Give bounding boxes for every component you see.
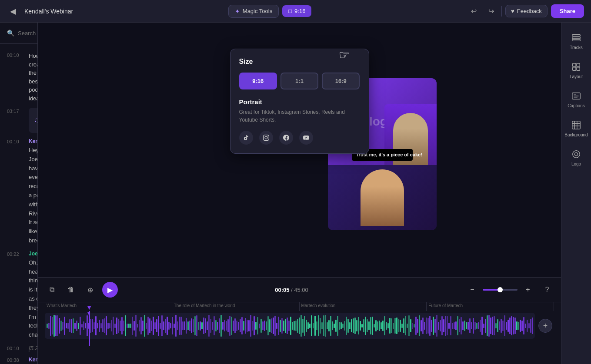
topbar-right: ↩ ↪ ♥ Feedback Share xyxy=(467,4,584,18)
instagram-icon[interactable] xyxy=(259,131,273,145)
add-track-button[interactable]: + xyxy=(538,319,552,333)
sidebar-item-label: Captions xyxy=(568,103,584,108)
magic-tools-button[interactable]: ✦ Magic Tools xyxy=(228,5,279,18)
waveform-container xyxy=(45,313,535,339)
portrait-label: Portrait xyxy=(239,98,360,106)
entry-content: Kendall Trust me, it's a piece of cake! … xyxy=(29,357,37,364)
youtube-icon[interactable] xyxy=(299,131,313,145)
segment-label: The role of Martech in the world xyxy=(172,302,300,311)
size-button[interactable]: □ 9:16 xyxy=(282,5,311,17)
list-item: 03:17 ♫ Kendall's podcast intro.mp3 xyxy=(0,105,37,136)
feedback-label: Feedback xyxy=(517,8,542,14)
zoom-controls: − + xyxy=(465,283,535,297)
svg-point-17 xyxy=(574,152,578,156)
redo-button[interactable]: ↪ xyxy=(484,4,498,18)
entry-text: Oh, I've heard good things! But is it re… xyxy=(29,258,37,340)
share-button[interactable]: Share xyxy=(551,4,584,18)
list-item: 00:38 Kendall Trust me, it's a piece of … xyxy=(0,354,37,364)
video-preview: Size 9:16 1:1 16:9 Portrait Great for Ti… xyxy=(38,23,561,277)
time-display: 00:05 / 45:00 xyxy=(123,287,460,293)
entry-time: 00:10 xyxy=(7,138,23,245)
trim-button[interactable]: ⧉ xyxy=(45,283,59,297)
bottom-bar: ⧉ 🗑 ⊕ ▶ 00:05 / 45:00 − + ? xyxy=(38,277,561,364)
right-sidebar: Tracks Layout Captions Background Logo xyxy=(561,23,591,364)
entry-content: ♫ Kendall's podcast intro.mp3 xyxy=(29,108,37,133)
sidebar-item-logo[interactable]: Logo xyxy=(561,144,591,172)
sidebar-item-label: Background xyxy=(564,132,588,137)
back-button[interactable]: ◀ xyxy=(7,5,19,17)
list-item: 00:10 Kendall Hey, Joelle, have you ever… xyxy=(0,136,37,248)
segment-label: Martech evolution xyxy=(300,302,427,311)
zoom-out-button[interactable]: − xyxy=(465,283,479,297)
divider xyxy=(501,6,502,17)
entry-content: Kendall Hey, Joelle, have you ever tried… xyxy=(29,138,37,245)
undo-button[interactable]: ↩ xyxy=(467,4,481,18)
svg-rect-2 xyxy=(572,40,580,41)
svg-rect-0 xyxy=(572,35,580,36)
svg-point-16 xyxy=(573,151,580,158)
size-option-11[interactable]: 1:1 xyxy=(280,73,318,89)
list-item: 00:10 How to create the best podcast ide… xyxy=(0,49,37,105)
svg-rect-11 xyxy=(572,121,580,129)
sidebar-item-label: Logo xyxy=(571,162,581,166)
svg-rect-3 xyxy=(573,63,576,66)
entry-title: How to create the best podcast idea xyxy=(29,52,37,103)
size-option-916[interactable]: 9:16 xyxy=(239,73,277,89)
center-area: Size 9:16 1:1 16:9 Portrait Great for Ti… xyxy=(38,23,561,364)
delete-button[interactable]: 🗑 xyxy=(64,283,78,297)
current-time: 00:05 xyxy=(275,287,289,293)
project-title: Kendall's Webinar xyxy=(24,8,73,15)
tiktok-icon[interactable] xyxy=(239,131,253,145)
main-layout: 🔍 👁 ··· 00:10 How to create the best pod… xyxy=(0,23,591,364)
sidebar-item-layout[interactable]: Layout xyxy=(561,57,591,84)
timeline: What's Martech The role of Martech in th… xyxy=(38,302,561,364)
left-panel: 🔍 👁 ··· 00:10 How to create the best pod… xyxy=(0,23,38,364)
entry-content: How to create the best podcast idea xyxy=(29,52,37,103)
search-icon: 🔍 xyxy=(7,30,14,36)
entry-time: 00:22 xyxy=(7,251,23,340)
speaker-name: Joelle xyxy=(29,251,37,257)
logo-icon xyxy=(571,149,581,159)
feedback-button[interactable]: ♥ Feedback xyxy=(505,5,548,17)
entry-time: 00:38 xyxy=(7,357,23,364)
captions-icon xyxy=(571,91,581,101)
sidebar-item-background[interactable]: Background xyxy=(561,115,591,142)
sidebar-item-captions[interactable]: Captions xyxy=(561,86,591,113)
zoom-slider[interactable] xyxy=(483,289,518,291)
search-bar: 🔍 👁 ··· xyxy=(0,23,37,44)
audio-entry: ♫ Kendall's podcast intro.mp3 xyxy=(29,108,37,133)
transcript: 00:10 How to create the best podcast ide… xyxy=(0,44,37,364)
size-option-169[interactable]: 16:9 xyxy=(322,73,360,89)
heart-icon: ♥ xyxy=(511,8,514,14)
speaker-name: Kendall xyxy=(29,138,37,144)
svg-rect-4 xyxy=(577,63,580,66)
segment-label: What's Martech xyxy=(45,302,172,311)
pause-entry: [5.2s] xyxy=(29,345,37,351)
duplicate-button[interactable]: ⊕ xyxy=(83,283,97,297)
tracks-icon xyxy=(571,33,581,43)
portrait-desc: Great for Tiktok, Instagram Stories, Ree… xyxy=(239,108,360,124)
sidebar-item-label: Tracks xyxy=(570,45,583,50)
video-bottom-half xyxy=(328,165,437,230)
entry-content: [5.2s] xyxy=(29,345,37,351)
playhead: ▼ xyxy=(89,311,90,346)
playback-controls: ⧉ 🗑 ⊕ ▶ 00:05 / 45:00 − + ? xyxy=(38,278,561,302)
help-button[interactable]: ? xyxy=(540,283,554,297)
play-button[interactable]: ▶ xyxy=(102,282,118,298)
audio-icon: ♫ xyxy=(34,116,37,124)
back-icon: ◀ xyxy=(10,7,16,16)
list-item: 00:22 Joelle Oh, I've heard good things!… xyxy=(0,248,37,342)
background-icon xyxy=(571,120,581,130)
sidebar-item-label: Layout xyxy=(570,74,583,79)
social-icons xyxy=(239,131,360,145)
entry-time: 03:17 xyxy=(7,108,23,133)
total-time: 45:00 xyxy=(294,287,308,293)
sidebar-item-tracks[interactable]: Tracks xyxy=(561,28,591,55)
topbar-center: ✦ Magic Tools □ 9:16 xyxy=(78,5,461,18)
magic-tools-label: Magic Tools xyxy=(243,8,272,14)
waveform-bars xyxy=(45,313,535,339)
facebook-icon[interactable] xyxy=(279,131,293,145)
zoom-in-button[interactable]: + xyxy=(521,283,535,297)
search-input[interactable] xyxy=(18,30,38,36)
entry-time: 00:10 xyxy=(7,52,23,103)
